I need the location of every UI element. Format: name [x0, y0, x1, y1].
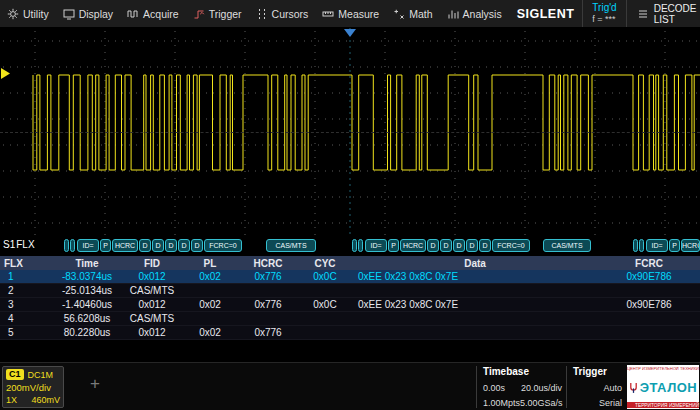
bus-segment-id-: ID= — [365, 239, 387, 252]
cell-data: 0xEE 0x23 0x8C 0x7E — [352, 271, 598, 282]
waveform-display — [0, 28, 700, 236]
cell-fcrc: 0x90E786 — [598, 271, 700, 282]
bus-segment-d: D — [427, 239, 439, 252]
bus-segment-d: D — [191, 239, 203, 252]
bus-segment-id-: ID= — [77, 239, 99, 252]
bus-segment-d: D — [440, 239, 452, 252]
bus-protocol: FLX — [16, 239, 34, 250]
bus-segment — [64, 239, 69, 252]
decode-row-2[interactable]: 2-25.0134usCAS/MTS — [0, 284, 700, 298]
bus-segment-d: D — [453, 239, 465, 252]
decode-list-button[interactable]: DECODE LIST — [626, 0, 700, 27]
measure-icon — [322, 8, 334, 20]
timebase-samplerate: 5.00GSa/s — [520, 398, 563, 408]
menu-item-measure[interactable]: Measure — [315, 0, 386, 27]
watermark-banner: ТЕРРИТОРИЯ ИЗМЕРЕНИЙ — [627, 402, 699, 408]
cell-cyc: 0x0C — [298, 271, 352, 282]
cell-time: 80.2280us — [52, 327, 122, 338]
menu-item-label: Acquire — [143, 8, 179, 20]
decode-row-5[interactable]: 580.2280us0x0120x020x776 — [0, 326, 700, 340]
column-header-data: Data — [352, 258, 598, 269]
channel1-info-box[interactable]: C1 DC1M 200mV/div 1X 460mV — [2, 366, 64, 408]
cell-fid: 0x012 — [122, 299, 182, 310]
cell-fid: 0x012 — [122, 327, 182, 338]
menu-item-utility[interactable]: Utility — [0, 0, 56, 27]
bus-segment-d: D — [139, 239, 151, 252]
menu-item-label: Math — [409, 8, 432, 20]
decode-row-1[interactable]: 1-83.0374us0x0120x020x7760x0C0xEE 0x23 0… — [0, 270, 700, 284]
cell-cyc: 0x0C — [298, 299, 352, 310]
cell-fid: CAS/MTS — [122, 313, 182, 324]
math-icon — [393, 8, 405, 20]
menu-item-display[interactable]: Display — [56, 0, 120, 27]
cell-flx: 4 — [0, 313, 52, 324]
channel1-waveform — [33, 75, 700, 170]
bus-segment-d: D — [466, 239, 478, 252]
decode-list-table: FLXTimeFIDPLHCRCCYCDataFCRC 1-83.0374us0… — [0, 256, 700, 340]
decode-row-3[interactable]: 3-1.40460us0x0120x020x7760x0C0xEE 0x23 0… — [0, 298, 700, 312]
display-icon — [63, 8, 75, 20]
cell-time: -1.40460us — [52, 299, 122, 310]
trigger-mode: Auto — [603, 383, 622, 393]
bus-segment-fcrc-0: FCRC=0 — [204, 239, 242, 252]
cell-time: -83.0374us — [52, 271, 122, 282]
bus-segment — [633, 239, 638, 252]
column-header-fcrc: FCRC — [598, 258, 700, 269]
bus-segment-d: D — [152, 239, 164, 252]
menu-item-analysis[interactable]: Analysis — [440, 0, 509, 27]
cell-hcrc: 0x776 — [238, 327, 298, 338]
menu-item-acquire[interactable]: Acquire — [120, 0, 186, 27]
trigger-info-box[interactable]: Trigger Auto Serial — [566, 366, 626, 408]
column-header-time: Time — [52, 258, 122, 269]
decode-row-4[interactable]: 456.6208usCAS/MTS — [0, 312, 700, 326]
decode-bus-row: S1FLX ID=PHCRCDDDDDFCRC=0CAS/MTSID=PHCRC… — [0, 236, 700, 256]
bus-segment-p: P — [669, 239, 680, 252]
menu-item-cursors[interactable]: Cursors — [249, 0, 316, 27]
gear-icon — [7, 8, 19, 20]
menu-item-label: Trigger — [209, 8, 242, 20]
cell-pl: 0x02 — [182, 327, 238, 338]
crosshair-marker: + — [90, 374, 100, 394]
channel1-offset: 460mV — [31, 395, 60, 405]
list-icon — [637, 8, 649, 20]
decode-table-header: FLXTimeFIDPLHCRCCYCDataFCRC — [0, 256, 700, 270]
bus-segment — [639, 239, 644, 252]
bus-segment — [70, 239, 75, 252]
menu-item-trigger[interactable]: Trigger — [186, 0, 249, 27]
column-header-fid: FID — [122, 258, 182, 269]
channel1-probe: 1X — [6, 395, 17, 405]
cell-fid: CAS/MTS — [122, 285, 182, 296]
siglent-logo: SIGLENT — [509, 0, 583, 27]
acquire-icon — [127, 8, 139, 20]
cursors-icon — [256, 8, 268, 20]
cell-fid: 0x012 — [122, 271, 182, 282]
trigger-status-block: Trig'd f = *** — [582, 0, 625, 27]
cell-flx: 5 — [0, 327, 52, 338]
menu-item-label: Measure — [338, 8, 379, 20]
cell-fcrc: 0x90E786 — [598, 299, 700, 310]
trigger-icon — [193, 8, 205, 20]
bus-segment — [358, 239, 363, 252]
timebase-info-box[interactable]: Timebase 0.00s 20.0us/div 1.00Mpts 5.00G… — [476, 366, 562, 408]
trigger-type: Serial — [599, 398, 622, 408]
top-menu-bar: UtilityDisplayAcquireTriggerCursorsMeasu… — [0, 0, 700, 28]
analysis-icon — [447, 8, 459, 20]
bus-segment-hcrc: HCRC — [681, 239, 700, 252]
menu-item-math[interactable]: Math — [386, 0, 439, 27]
timebase-scale: 20.0us/div — [521, 383, 562, 393]
cell-flx: 1 — [0, 271, 52, 282]
channel1-level-marker[interactable] — [1, 68, 10, 79]
status-bar: C1 DC1M 200mV/div 1X 460mV + Timebase 0.… — [0, 362, 700, 410]
cell-hcrc: 0x776 — [238, 271, 298, 282]
trigger-position-marker[interactable] — [344, 29, 356, 37]
bus-segment-hcrc: HCRC — [112, 239, 138, 252]
menu-item-label: Utility — [23, 8, 49, 20]
bus-segment-cas-mts: CAS/MTS — [266, 239, 316, 252]
cell-data: 0xEE 0x23 0x8C 0x7E — [352, 299, 598, 310]
bus-segment-p: P — [388, 239, 399, 252]
bus-segment-d: D — [165, 239, 177, 252]
column-header-hcrc: HCRC — [238, 258, 298, 269]
trigger-title: Trigger — [573, 366, 626, 377]
cell-pl: 0x02 — [182, 299, 238, 310]
etalon-watermark: ЦЕНТР ИЗМЕРИТЕЛЬНОЙ ТЕХНИКИ ЭТАЛОН ТЕРРИ… — [627, 365, 699, 409]
